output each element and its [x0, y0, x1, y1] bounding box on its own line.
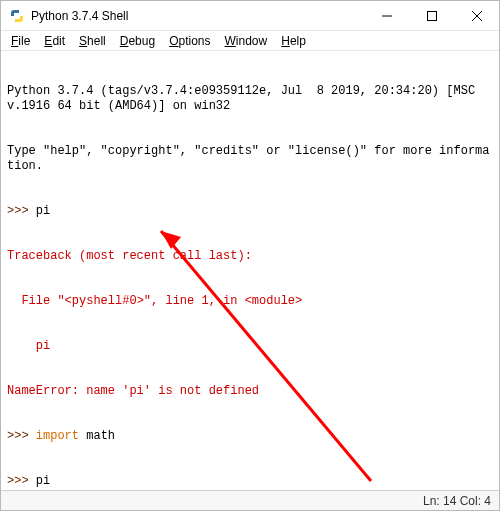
- input-text: pi: [36, 204, 50, 218]
- keyword: import: [36, 429, 79, 443]
- traceback-line: Traceback (most recent call last):: [7, 249, 493, 264]
- menu-window[interactable]: Window: [219, 33, 274, 49]
- svg-rect-0: [427, 11, 436, 20]
- input-text: pi: [36, 474, 50, 488]
- menu-edit[interactable]: Edit: [38, 33, 71, 49]
- menubar: File Edit Shell Debug Options Window Hel…: [1, 31, 499, 51]
- close-button[interactable]: [454, 1, 499, 30]
- menu-shell[interactable]: Shell: [73, 33, 112, 49]
- statusbar: Ln: 14 Col: 4: [1, 490, 499, 510]
- window-controls: [364, 1, 499, 30]
- minimize-button[interactable]: [364, 1, 409, 30]
- menu-file[interactable]: File: [5, 33, 36, 49]
- menu-options[interactable]: Options: [163, 33, 216, 49]
- titlebar: Python 3.7.4 Shell: [1, 1, 499, 31]
- menu-debug[interactable]: Debug: [114, 33, 161, 49]
- svg-marker-2: [161, 231, 181, 249]
- svg-line-1: [161, 231, 371, 481]
- shell-area[interactable]: Python 3.7.4 (tags/v3.7.4:e09359112e, Ju…: [1, 51, 499, 490]
- prompt: >>>: [7, 204, 36, 218]
- python-icon: [9, 8, 25, 24]
- menu-help[interactable]: Help: [275, 33, 312, 49]
- prompt: >>>: [7, 474, 36, 488]
- window: Python 3.7.4 Shell File Edit Shell Debug…: [0, 0, 500, 511]
- cursor-position: Ln: 14 Col: 4: [423, 494, 491, 508]
- input-line: >>> pi: [7, 204, 493, 219]
- input-text: math: [79, 429, 115, 443]
- banner-line: Python 3.7.4 (tags/v3.7.4:e09359112e, Ju…: [7, 84, 493, 114]
- prompt: >>>: [7, 429, 36, 443]
- input-line: >>> pi: [7, 474, 493, 489]
- maximize-button[interactable]: [409, 1, 454, 30]
- traceback-line: File "<pyshell#0>", line 1, in <module>: [7, 294, 493, 309]
- window-title: Python 3.7.4 Shell: [31, 9, 364, 23]
- traceback-line: pi: [7, 339, 493, 354]
- banner-line: Type "help", "copyright", "credits" or "…: [7, 144, 493, 174]
- input-line: >>> import math: [7, 429, 493, 444]
- traceback-line: NameError: name 'pi' is not defined: [7, 384, 493, 399]
